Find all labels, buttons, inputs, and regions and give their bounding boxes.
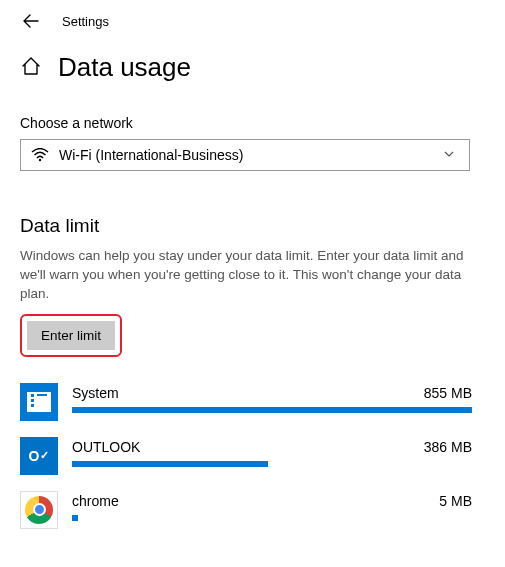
app-usage-item: System855 MB <box>20 383 485 421</box>
chevron-down-icon <box>443 147 455 163</box>
data-limit-description: Windows can help you stay under your dat… <box>20 247 470 304</box>
app-name: chrome <box>72 493 119 509</box>
highlight-box: Enter limit <box>20 314 122 357</box>
usage-bar <box>72 461 472 467</box>
app-usage-value: 386 MB <box>424 439 472 455</box>
wifi-icon <box>31 148 49 162</box>
usage-bar <box>72 515 472 521</box>
app-usage-item: O✓OUTLOOK386 MB <box>20 437 485 475</box>
choose-network-label: Choose a network <box>20 115 485 131</box>
home-icon <box>20 55 42 80</box>
app-usage-value: 5 MB <box>439 493 472 509</box>
outlook-app-icon: O✓ <box>20 437 58 475</box>
network-selected-value: Wi-Fi (International-Business) <box>59 147 243 163</box>
data-limit-heading: Data limit <box>20 215 485 237</box>
back-button[interactable] <box>22 12 40 30</box>
app-name: OUTLOOK <box>72 439 140 455</box>
app-usage-value: 855 MB <box>424 385 472 401</box>
svg-point-0 <box>39 159 41 161</box>
system-app-icon <box>20 383 58 421</box>
page-title: Data usage <box>58 52 191 83</box>
arrow-left-icon <box>22 12 40 30</box>
chrome-app-icon <box>20 491 58 529</box>
usage-bar <box>72 407 472 413</box>
app-usage-item: chrome5 MB <box>20 491 485 529</box>
header-title: Settings <box>62 14 109 29</box>
network-select[interactable]: Wi-Fi (International-Business) <box>20 139 470 171</box>
app-usage-list: System855 MBO✓OUTLOOK386 MBchrome5 MB <box>20 383 485 529</box>
enter-limit-button[interactable]: Enter limit <box>27 321 115 350</box>
app-name: System <box>72 385 119 401</box>
